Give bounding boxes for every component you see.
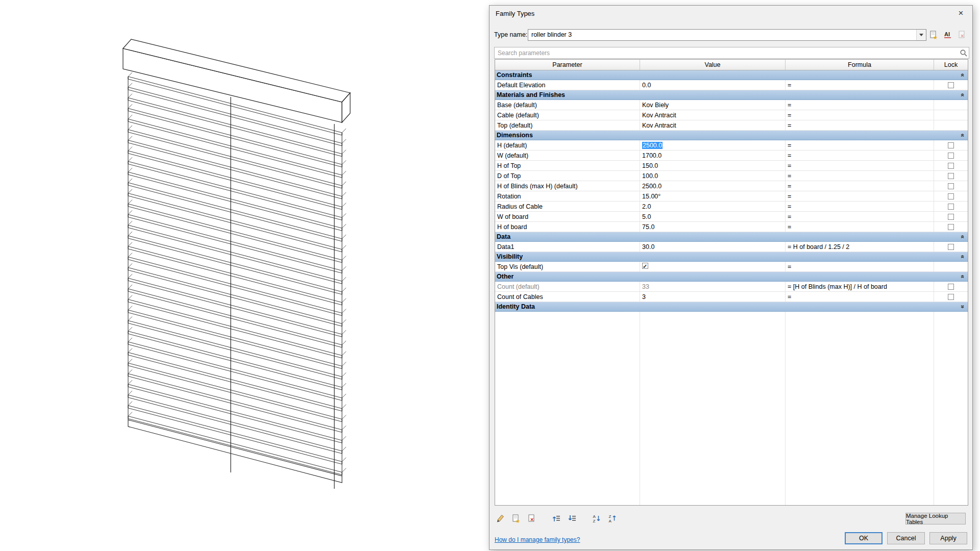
lock-cell: [934, 212, 968, 221]
collapse-chevron-icon[interactable]: «: [960, 134, 966, 137]
formula-cell[interactable]: =: [786, 262, 934, 271]
value-cell[interactable]: 0.0: [640, 80, 786, 90]
formula-cell[interactable]: =: [786, 171, 934, 181]
sort-ascending-button[interactable]: A Z: [591, 513, 602, 524]
table-header: Parameter Value Formula Lock: [495, 60, 968, 70]
move-parameter-down-button[interactable]: [567, 513, 578, 524]
parameter-cell: Count (default): [495, 282, 640, 291]
formula-cell[interactable]: =: [786, 181, 934, 191]
lock-checkbox[interactable]: [948, 244, 954, 250]
delete-type-button[interactable]: ×: [955, 29, 969, 41]
lock-checkbox[interactable]: [948, 193, 954, 199]
formula-cell[interactable]: = H of board / 1.25 / 2: [786, 242, 934, 252]
svg-text:×: ×: [530, 516, 533, 522]
lock-checkbox[interactable]: [948, 153, 954, 159]
dialog-titlebar: Family Types ×: [489, 6, 972, 21]
lock-checkbox[interactable]: [948, 163, 954, 169]
lock-cell: [934, 171, 968, 181]
value-cell[interactable]: [640, 262, 786, 271]
formula-cell[interactable]: =: [786, 292, 934, 302]
section-header-dimensions[interactable]: Dimensions«: [495, 131, 968, 140]
move-parameter-up-button[interactable]: [551, 513, 562, 524]
expand-chevron-icon[interactable]: »: [960, 305, 966, 309]
type-name-combobox[interactable]: roller blinder 3: [528, 29, 926, 41]
close-icon[interactable]: ×: [949, 6, 972, 21]
section-header-other[interactable]: Other«: [495, 272, 968, 282]
value-cell[interactable]: 2500.0: [640, 181, 786, 191]
value-cell[interactable]: 3: [640, 292, 786, 302]
formula-cell[interactable]: =: [786, 222, 934, 232]
value-cell[interactable]: 150.0: [640, 161, 786, 170]
formula-cell[interactable]: =: [786, 120, 934, 130]
section-header-data[interactable]: Data«: [495, 232, 968, 242]
formula-cell[interactable]: =: [786, 140, 934, 150]
lock-checkbox[interactable]: [948, 284, 954, 290]
help-link[interactable]: How do I manage family types?: [495, 536, 580, 543]
value-checkbox[interactable]: [642, 263, 648, 269]
pencil-icon: [496, 514, 505, 523]
column-header-formula[interactable]: Formula: [786, 60, 934, 70]
ok-button[interactable]: OK: [845, 532, 883, 544]
rename-type-button[interactable]: AI: [941, 29, 955, 41]
new-type-button[interactable]: ★: [926, 29, 941, 41]
value-cell[interactable]: 1700.0: [640, 151, 786, 160]
lock-checkbox[interactable]: [948, 204, 954, 210]
collapse-chevron-icon[interactable]: «: [960, 255, 966, 259]
value-cell[interactable]: Kov Biely: [640, 100, 786, 110]
lock-checkbox[interactable]: [948, 183, 954, 189]
parameter-cell: Default Elevation: [495, 80, 640, 90]
parameter-cell: Count of Cables: [495, 292, 640, 302]
formula-cell[interactable]: = [H of Blinds (max H)] / H of board: [786, 282, 934, 291]
lock-checkbox[interactable]: [948, 224, 954, 230]
formula-cell[interactable]: =: [786, 151, 934, 160]
table-row: Rotation15.00°=: [495, 191, 968, 202]
collapse-chevron-icon[interactable]: «: [960, 275, 966, 279]
value-cell[interactable]: Kov Antracit: [640, 110, 786, 120]
new-parameter-button[interactable]: ★: [510, 513, 522, 524]
formula-cell[interactable]: =: [786, 100, 934, 110]
formula-cell[interactable]: =: [786, 80, 934, 90]
column-header-parameter[interactable]: Parameter: [495, 60, 640, 70]
parameter-cell: Data1: [495, 242, 640, 252]
lock-checkbox[interactable]: [948, 173, 954, 179]
section-label: Dimensions: [497, 132, 961, 139]
manage-lookup-tables-button[interactable]: Manage Lookup Tables: [905, 513, 966, 524]
section-header-visibility[interactable]: Visibility«: [495, 252, 968, 262]
formula-cell[interactable]: =: [786, 110, 934, 120]
formula-cell[interactable]: =: [786, 191, 934, 201]
lock-checkbox[interactable]: [948, 214, 954, 220]
sort-descending-button[interactable]: Z A: [607, 513, 618, 524]
formula-cell[interactable]: =: [786, 161, 934, 170]
collapse-chevron-icon[interactable]: «: [960, 93, 966, 97]
value-cell[interactable]: 2.0: [640, 202, 786, 211]
lock-checkbox[interactable]: [948, 82, 954, 88]
collapse-chevron-icon[interactable]: «: [960, 235, 966, 239]
combobox-dropdown-button[interactable]: [916, 30, 926, 40]
value-cell[interactable]: 2500.0: [640, 140, 786, 150]
column-header-value[interactable]: Value: [640, 60, 786, 70]
type-name-label: Type name:: [494, 31, 528, 38]
value-cell[interactable]: 33: [640, 282, 786, 291]
column-header-lock[interactable]: Lock: [934, 60, 968, 70]
section-header-materials-and-finishes[interactable]: Materials and Finishes«: [495, 90, 968, 100]
apply-button[interactable]: Apply: [929, 532, 967, 544]
value-cell[interactable]: 75.0: [640, 222, 786, 232]
value-cell[interactable]: Kov Antracit: [640, 120, 786, 130]
value-cell[interactable]: 5.0: [640, 212, 786, 221]
search-input[interactable]: [495, 49, 959, 57]
delete-parameter-button[interactable]: ×: [526, 513, 537, 524]
formula-cell[interactable]: =: [786, 202, 934, 211]
cancel-button[interactable]: Cancel: [887, 532, 925, 544]
section-header-identity-data[interactable]: Identity Data»: [495, 302, 968, 312]
lock-checkbox[interactable]: [948, 142, 954, 148]
section-label: Data: [497, 233, 961, 240]
type-name-row: Type name: roller blinder 3 ★ AI: [494, 28, 969, 41]
collapse-chevron-icon[interactable]: «: [960, 73, 966, 77]
edit-parameter-button[interactable]: [495, 513, 506, 524]
value-cell[interactable]: 100.0: [640, 171, 786, 181]
value-cell[interactable]: 30.0: [640, 242, 786, 252]
formula-cell[interactable]: =: [786, 212, 934, 221]
value-cell[interactable]: 15.00°: [640, 191, 786, 201]
section-header-constraints[interactable]: Constraints«: [495, 70, 968, 80]
lock-checkbox[interactable]: [948, 294, 954, 300]
